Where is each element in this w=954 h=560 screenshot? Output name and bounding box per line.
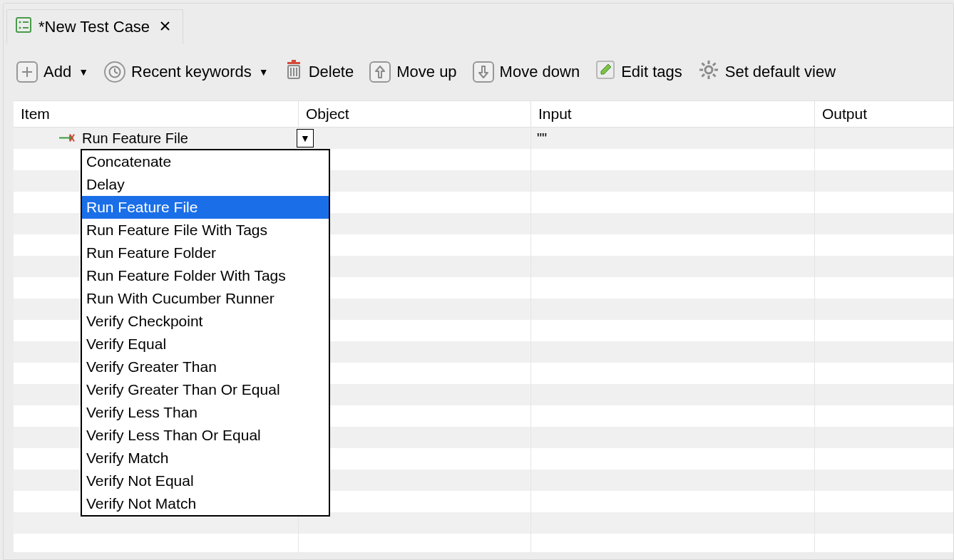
chevron-down-icon: ▼ xyxy=(78,66,88,78)
dropdown-option[interactable]: Verify Match xyxy=(82,447,329,470)
movedown-label: Move down xyxy=(500,63,580,81)
dropdown-option[interactable]: Run Feature File With Tags xyxy=(82,219,329,242)
move-down-button[interactable]: Move down xyxy=(473,61,580,83)
svg-line-26 xyxy=(713,63,716,66)
tab-bar: *New Test Case xyxy=(4,4,953,43)
dropdown-option[interactable]: Run Feature Folder xyxy=(82,242,329,264)
delete-button[interactable]: Delete xyxy=(284,60,354,84)
arrow-up-icon xyxy=(369,61,391,83)
recent-label: Recent keywords xyxy=(131,63,252,81)
dropdown-option[interactable]: Verify Less Than xyxy=(82,401,329,424)
cell-object[interactable] xyxy=(299,128,531,149)
clock-icon xyxy=(104,61,125,83)
col-input[interactable]: Input xyxy=(531,101,815,127)
dropdown-option[interactable]: Run With Cucumber Runner xyxy=(82,287,329,310)
svg-line-27 xyxy=(702,74,704,77)
svg-point-19 xyxy=(705,66,712,73)
keyword-dropdown[interactable]: ConcatenateDelayRun Feature FileRun Feat… xyxy=(81,149,330,517)
arrow-down-icon xyxy=(473,61,494,83)
testcase-icon xyxy=(16,17,31,36)
svg-line-25 xyxy=(713,74,716,77)
svg-rect-13 xyxy=(292,60,296,62)
delete-label: Delete xyxy=(309,63,354,81)
test-steps-table: Item Object Input Output Run Feature xyxy=(14,100,953,552)
table-body: Run Feature File ▼ "" xyxy=(14,128,953,552)
cell-item[interactable]: Run Feature File ▼ xyxy=(14,128,299,149)
col-object[interactable]: Object xyxy=(299,101,531,127)
table-row[interactable] xyxy=(14,534,953,552)
tab-new-test-case[interactable]: *New Test Case xyxy=(6,9,183,43)
col-output[interactable]: Output xyxy=(815,101,953,127)
svg-line-11 xyxy=(115,72,118,73)
dropdown-option[interactable]: Verify Not Match xyxy=(82,492,329,515)
table-header: Item Object Input Output xyxy=(14,101,953,128)
svg-point-1 xyxy=(19,21,21,24)
table-row[interactable]: Run Feature File ▼ "" xyxy=(14,128,953,149)
step-arrow-icon xyxy=(59,130,75,147)
dropdown-option[interactable]: Verify Greater Than Or Equal xyxy=(82,378,329,401)
tab-title: *New Test Case xyxy=(39,18,150,36)
add-button[interactable]: Add ▼ xyxy=(16,61,88,83)
dropdown-option[interactable]: Run Feature File xyxy=(82,196,329,219)
dropdown-option[interactable]: Verify Equal xyxy=(82,333,329,356)
cell-input[interactable]: "" xyxy=(531,128,815,149)
dropdown-option[interactable]: Verify Less Than Or Equal xyxy=(82,424,329,447)
svg-line-24 xyxy=(702,63,704,66)
setdefault-label: Set default view xyxy=(725,63,836,81)
close-icon[interactable] xyxy=(160,19,171,35)
dropdown-option[interactable]: Delay xyxy=(82,173,329,196)
add-label: Add xyxy=(43,63,71,81)
cell-item-text: Run Feature File xyxy=(82,130,188,147)
dropdown-option[interactable]: Run Feature Folder With Tags xyxy=(82,264,329,287)
trash-icon xyxy=(284,60,303,84)
edit-tags-button[interactable]: Edit tags xyxy=(595,60,682,84)
set-default-view-button[interactable]: Set default view xyxy=(698,59,836,85)
recent-keywords-button[interactable]: Recent keywords ▼ xyxy=(104,61,269,83)
dropdown-option[interactable]: Verify Checkpoint xyxy=(82,310,329,333)
editor-window: *New Test Case Add ▼ Recent keywords ▼ xyxy=(3,3,954,560)
toolbar: Add ▼ Recent keywords ▼ Delete xyxy=(4,43,953,100)
edit-icon xyxy=(595,60,615,84)
moveup-label: Move up xyxy=(396,63,456,81)
svg-point-3 xyxy=(19,27,21,29)
chevron-down-icon: ▼ xyxy=(259,66,269,78)
dropdown-option[interactable]: Verify Greater Than xyxy=(82,356,329,378)
dropdown-option[interactable]: Verify Not Equal xyxy=(82,470,329,492)
move-up-button[interactable]: Move up xyxy=(369,61,456,83)
col-item[interactable]: Item xyxy=(14,101,299,127)
svg-rect-0 xyxy=(16,18,31,32)
dropdown-option[interactable]: Concatenate xyxy=(82,150,329,173)
gear-icon xyxy=(698,59,719,85)
edittags-label: Edit tags xyxy=(621,63,682,81)
plus-icon xyxy=(16,61,38,83)
svg-rect-12 xyxy=(287,62,300,64)
cell-output[interactable] xyxy=(815,128,953,149)
